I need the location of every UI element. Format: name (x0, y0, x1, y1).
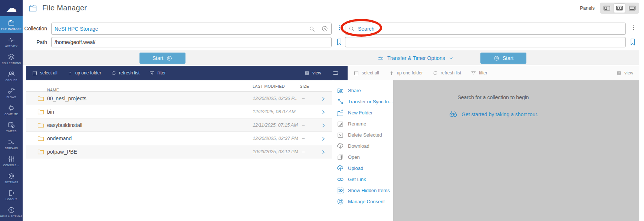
collection-search-field-right[interactable] (345, 23, 626, 35)
menu-item-new-folder[interactable]: New Folder (336, 107, 393, 118)
globus-g-glyph: g (7, 3, 10, 9)
consent-icon (336, 198, 344, 205)
folder-icon (37, 121, 45, 129)
sidebar-item-file-manager[interactable]: FILE MANAGER (0, 16, 23, 33)
column-header-size[interactable]: SIZE (300, 84, 309, 88)
sidebar-item-console[interactable]: CONSOLE ⌄ (0, 153, 23, 170)
transfer-timer-options-toggle[interactable]: Transfer & Timer Options (378, 53, 454, 64)
chevron-right-icon[interactable] (320, 108, 327, 115)
options-band (23, 50, 639, 65)
menu-item-transfer-or-sync-to[interactable]: Transfer or Sync to... (336, 96, 393, 107)
sliders-icon (378, 55, 384, 61)
collection-input[interactable] (55, 26, 309, 32)
globus-logo[interactable]: ☁ g (0, 0, 23, 16)
sidebar-item-label: COMPUTE (4, 113, 18, 116)
app-root: ☁ g File Manager Panels FILE MANAGERACTI… (0, 0, 644, 221)
gear-icon (616, 70, 622, 76)
refresh-list-button-right[interactable]: refresh list (433, 70, 461, 76)
view-settings-button-right[interactable]: view (616, 70, 633, 76)
open-icon (336, 153, 344, 161)
menu-item-label: Upload (348, 165, 363, 171)
file-name: 00_nesi_projects (47, 96, 86, 101)
collection-options-menu-icon[interactable] (336, 24, 343, 33)
panel-layout-left-button[interactable] (601, 4, 613, 13)
clear-collection-icon[interactable] (321, 25, 328, 32)
sidebar-item-compute[interactable]: COMPUTE (0, 101, 23, 118)
path-input[interactable] (55, 39, 328, 45)
sidebar-item-activity[interactable]: ACTIVITY (0, 33, 23, 50)
sidebar-item-help-sitemap[interactable]: ?HELP & SITEMAP (0, 204, 23, 221)
logout-icon (7, 189, 15, 197)
sidebar-item-label: CONSOLE ⌄ (3, 164, 20, 167)
path-field-right[interactable] (345, 37, 626, 47)
sidebar-item-label: FILE MANAGER (1, 28, 22, 31)
menu-item-rename[interactable]: Rename (336, 118, 393, 129)
delete-icon (336, 131, 344, 139)
menu-item-label: Transfer or Sync to... (348, 99, 393, 104)
refresh-list-button[interactable]: refresh list (111, 70, 139, 76)
column-header-last-modified[interactable]: LAST MODIFIED (253, 84, 285, 88)
path-input-right[interactable] (348, 39, 622, 45)
tour-link[interactable]: Get started by taking a short tour. (393, 109, 639, 119)
last-modified: 12/20/2025, 02:36 P... (253, 96, 298, 101)
menu-item-open[interactable]: Open (336, 151, 393, 163)
up-one-folder-button[interactable]: up one folder (67, 70, 101, 76)
collection-options-menu-icon-right[interactable] (630, 24, 637, 33)
collection-field[interactable] (51, 23, 332, 35)
action-menu: ShareTransfer or Sync to...New FolderRen… (333, 80, 393, 221)
view-settings-button[interactable]: view (304, 70, 321, 76)
menu-item-share[interactable]: Share (336, 85, 393, 96)
sidebar-item-flows[interactable]: FLOWS (0, 84, 23, 101)
table-row[interactable]: ondemand12/20/2025, 02:37 PM– (26, 132, 332, 145)
up-one-folder-button-right[interactable]: up one folder (389, 70, 423, 76)
chevron-right-icon[interactable] (320, 135, 327, 142)
chevron-right-icon[interactable] (320, 122, 327, 129)
menu-item-get-link[interactable]: Get Link (336, 174, 393, 185)
checkbox-icon (32, 70, 37, 76)
filter-button[interactable]: filter (149, 70, 166, 76)
start-transfer-right-button[interactable]: Start (480, 53, 526, 64)
sidebar-item-logout[interactable]: LOGOUT (0, 187, 23, 204)
filter-icon (471, 70, 476, 76)
sidebar-item-timers[interactable]: TIMERS (0, 118, 23, 135)
select-all-button[interactable]: select all (32, 70, 58, 76)
sidebar-item-collections[interactable]: COLLECTIONS (0, 50, 23, 67)
menu-item-delete-selected[interactable]: Delete Selected (336, 129, 393, 140)
streams-icon (7, 138, 15, 146)
search-icon[interactable] (309, 25, 315, 32)
panel-layout-single-button[interactable] (626, 4, 638, 13)
table-row[interactable]: bin12/2/2025, 08:07 AM– (26, 105, 332, 118)
sidebar-item-settings[interactable]: SETTINGS (0, 170, 23, 187)
panel-layout-split-button[interactable] (614, 4, 625, 13)
empty-state-text: Search for a collection to begin (393, 94, 639, 100)
chevron-right-icon[interactable] (320, 148, 327, 155)
chevron-right-icon[interactable] (320, 95, 327, 102)
start-transfer-left-button[interactable]: Start (139, 53, 185, 64)
file-size: – (302, 122, 305, 128)
compute-icon (7, 104, 15, 112)
file-size: – (302, 135, 305, 141)
gear-icon (304, 70, 310, 76)
path-field[interactable] (51, 37, 332, 47)
collapse-panel-icon (332, 70, 339, 76)
right-panel-toolbar: select all up one folder refresh list fi… (348, 66, 639, 80)
bookmark-icon-right[interactable] (628, 38, 637, 46)
sidebar-item-groups[interactable]: GROUPS (0, 67, 23, 84)
sidebar-item-streams[interactable]: STREAMS (0, 135, 23, 153)
table-row[interactable]: easybuildinstall12/11/2025, 07:15 AM– (26, 118, 332, 132)
select-all-button-right[interactable]: select all (354, 70, 379, 76)
collection-search-input-right[interactable] (358, 26, 622, 32)
collapse-menu-button[interactable] (332, 70, 339, 76)
collection-label: Collection (22, 26, 47, 31)
menu-item-manage-consent[interactable]: Manage Consent (336, 196, 393, 207)
menu-item-show-hidden-items[interactable]: Show Hidden Items (336, 185, 393, 196)
menu-item-upload[interactable]: Upload (336, 163, 393, 174)
table-row[interactable]: 00_nesi_projects12/20/2025, 02:36 P...– (26, 92, 332, 105)
filter-button-right[interactable]: filter (471, 70, 487, 76)
file-name: potpaw_PBE (47, 149, 77, 155)
menu-item-label: Share (348, 88, 361, 93)
bookmark-icon[interactable] (335, 38, 344, 46)
share-icon (336, 87, 344, 94)
menu-item-download[interactable]: Download (336, 140, 393, 151)
table-row[interactable]: potpaw_PBE10/23/2025, 03:12 PM– (26, 145, 332, 158)
